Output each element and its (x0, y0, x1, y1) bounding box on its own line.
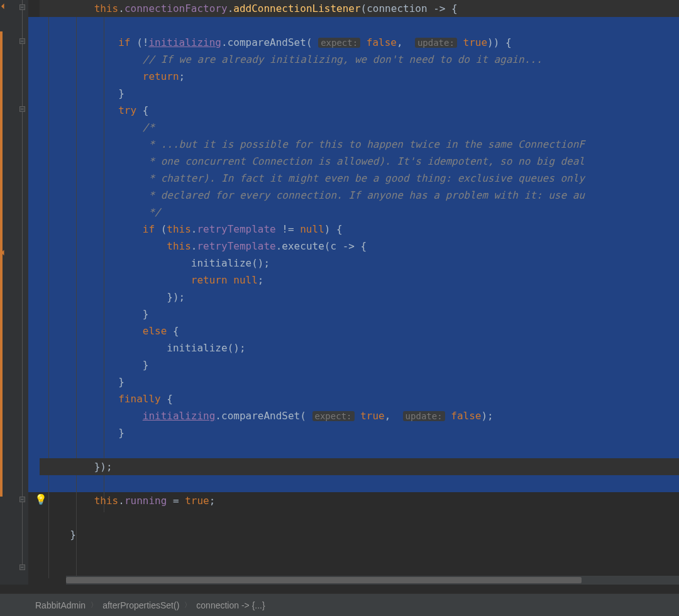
code-line[interactable]: } (40, 526, 679, 543)
fold-guide (22, 0, 23, 567)
horizontal-scrollbar[interactable] (66, 576, 679, 585)
code-line[interactable]: } (40, 356, 679, 373)
chevron-right-icon: 〉 (184, 600, 191, 610)
breadcrumb-item[interactable]: connection -> {...} (191, 599, 270, 612)
code-line[interactable]: } (40, 305, 679, 322)
code-line[interactable]: */ (40, 204, 679, 221)
editor[interactable]: − − − − − 💡 this.connectionFactory.addCo… (0, 0, 679, 585)
code-line[interactable]: initializing.compareAndSet( expect: true… (40, 407, 679, 424)
code-area[interactable]: this.connectionFactory.addConnectionList… (28, 0, 679, 585)
code-line[interactable]: * declared for every connection. If anyo… (40, 187, 679, 204)
fold-toggle-icon[interactable]: − (19, 497, 25, 502)
breadcrumb: RabbitAdmin 〉 afterPropertiesSet() 〉 con… (0, 593, 679, 616)
breadcrumb-item[interactable]: afterPropertiesSet() (97, 599, 184, 612)
code-line[interactable]: this.connectionFactory.addConnectionList… (40, 0, 679, 17)
code-line[interactable]: * one concurrent Connection is allowed).… (40, 153, 679, 170)
code-line[interactable]: return; (40, 68, 679, 85)
code-line[interactable] (40, 17, 679, 34)
code-line[interactable]: }); (40, 289, 679, 305)
chevron-right-icon: 〉 (91, 600, 97, 610)
code-line[interactable] (40, 441, 679, 458)
code-line[interactable]: }); (40, 458, 679, 475)
code-line[interactable]: initialize(); (40, 339, 679, 356)
fold-toggle-icon[interactable]: − (19, 38, 25, 44)
gutter[interactable]: − − − − − (0, 0, 28, 585)
code-line[interactable]: * chatter). In fact it might even be a g… (40, 170, 679, 187)
scrollbar-thumb[interactable] (66, 577, 582, 583)
code-line[interactable]: // If we are already initializing, we do… (40, 51, 679, 68)
code-line[interactable]: } (40, 373, 679, 390)
fold-toggle-icon[interactable]: − (19, 4, 25, 10)
code-line[interactable] (40, 509, 679, 526)
code-line[interactable]: if (this.retryTemplate != null) { (40, 221, 679, 238)
code-line[interactable]: else { (40, 322, 679, 339)
code-line[interactable]: this.retryTemplate.execute(c -> { (40, 238, 679, 255)
code-line[interactable]: initialize(); (40, 255, 679, 272)
breadcrumb-item[interactable]: RabbitAdmin (30, 599, 91, 612)
code-line[interactable]: * ...but it is possible for this to happ… (40, 136, 679, 153)
code-line[interactable]: try { (40, 102, 679, 119)
code-line[interactable]: /* (40, 119, 679, 136)
fold-toggle-icon[interactable]: − (19, 564, 25, 570)
fold-toggle-icon[interactable]: − (19, 106, 25, 112)
vcs-selection-marker (0, 31, 3, 497)
code-line[interactable]: return null; (40, 272, 679, 289)
code-line[interactable]: finally { (40, 390, 679, 407)
vcs-change-marker-icon (1, 3, 5, 10)
code-line[interactable]: } (40, 424, 679, 441)
code-line[interactable] (40, 475, 679, 492)
code-line[interactable]: } (40, 85, 679, 102)
code-line[interactable]: if (!initializing.compareAndSet( expect:… (40, 34, 679, 51)
code-content: this.connectionFactory.addConnectionList… (28, 0, 679, 543)
code-line[interactable]: this.running = true; (40, 492, 679, 509)
